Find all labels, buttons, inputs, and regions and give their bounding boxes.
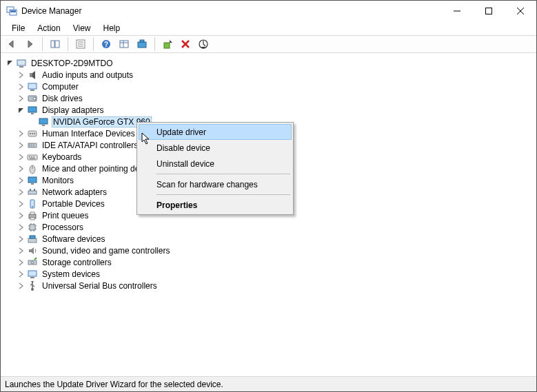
- disable-button[interactable]: [195, 37, 212, 52]
- tree-item-sound[interactable]: Sound, video and game controllers: [1, 245, 536, 256]
- chevron-right-icon[interactable]: [16, 70, 27, 81]
- svg-rect-49: [31, 183, 34, 185]
- close-button[interactable]: [505, 1, 536, 21]
- tree-label: Portable Devices: [41, 199, 106, 209]
- svg-rect-31: [39, 118, 48, 124]
- chevron-right-icon[interactable]: [16, 152, 27, 163]
- chevron-down-icon[interactable]: [16, 105, 27, 116]
- svg-rect-18: [138, 42, 146, 48]
- svg-point-54: [32, 206, 33, 207]
- storage-icon: [27, 257, 38, 268]
- svg-point-28: [33, 97, 36, 100]
- svg-rect-23: [19, 66, 23, 68]
- menu-uninstall-device[interactable]: Uninstall device: [139, 156, 292, 172]
- chevron-right-icon[interactable]: [16, 210, 27, 221]
- svg-rect-48: [28, 177, 37, 183]
- maximize-button[interactable]: [473, 1, 505, 21]
- scan-hardware-button[interactable]: [134, 37, 150, 52]
- tree-label: Disk drives: [41, 94, 84, 103]
- chevron-right-icon[interactable]: [16, 175, 27, 186]
- svg-rect-20: [164, 43, 170, 48]
- chevron-right-icon[interactable]: [16, 187, 27, 198]
- tree-label: Monitors: [41, 176, 75, 185]
- gpu-icon: [38, 116, 49, 127]
- menu-file[interactable]: File: [6, 22, 30, 34]
- update-driver-button[interactable]: [159, 37, 176, 52]
- tree-item-software[interactable]: Software devices: [1, 233, 536, 245]
- svg-rect-44: [33, 156, 34, 158]
- tree-label: Computer: [41, 82, 80, 92]
- chevron-right-icon[interactable]: [16, 280, 27, 291]
- system-icon: [27, 269, 38, 280]
- portable-icon: [27, 198, 38, 209]
- chevron-right-icon[interactable]: [16, 198, 27, 209]
- menu-disable-device[interactable]: Disable device: [139, 140, 292, 156]
- svg-point-34: [30, 133, 31, 134]
- device-tree[interactable]: DESKTOP-2D9MTDO Audio inputs and outputs…: [1, 53, 536, 376]
- svg-text:?: ?: [104, 41, 108, 48]
- network-icon: [27, 187, 38, 198]
- chevron-right-icon[interactable]: [16, 128, 27, 139]
- svg-rect-30: [31, 113, 34, 114]
- chevron-right-icon[interactable]: [16, 257, 27, 268]
- menu-action[interactable]: Action: [32, 22, 65, 34]
- svg-rect-24: [30, 73, 32, 77]
- menu-view[interactable]: View: [68, 22, 97, 34]
- svg-point-36: [34, 133, 35, 134]
- tree-label: Universal Serial Bus controllers: [41, 281, 159, 291]
- menu-separator: [156, 174, 290, 174]
- svg-rect-68: [30, 236, 35, 238]
- title-bar: Device Manager: [1, 1, 536, 21]
- app-icon: [6, 6, 17, 17]
- menu-help[interactable]: Help: [98, 22, 126, 34]
- menu-update-driver[interactable]: Update driver: [139, 124, 292, 140]
- tree-item-processors[interactable]: Processors: [1, 221, 536, 233]
- menu-properties[interactable]: Properties: [139, 197, 292, 213]
- svg-point-73: [31, 288, 34, 291]
- minimize-button[interactable]: [441, 1, 473, 21]
- view-button[interactable]: [116, 37, 132, 52]
- toolbar-separator: [154, 37, 155, 51]
- svg-rect-72: [30, 277, 34, 278]
- tree-root[interactable]: DESKTOP-2D9MTDO: [1, 57, 536, 69]
- show-hide-tree-button[interactable]: [47, 37, 63, 52]
- tree-item-audio[interactable]: Audio inputs and outputs: [1, 69, 536, 81]
- svg-rect-7: [51, 41, 54, 48]
- tree-item-computer[interactable]: Computer: [1, 81, 536, 92]
- chevron-right-icon[interactable]: [16, 222, 27, 233]
- chevron-right-icon[interactable]: [16, 140, 27, 151]
- processors-icon: [27, 222, 38, 233]
- tree-label: Storage controllers: [41, 258, 113, 267]
- tree-item-display[interactable]: Display adapters: [1, 104, 536, 116]
- tree-label: Print queues: [41, 211, 90, 220]
- tree-item-usb[interactable]: Universal Serial Bus controllers: [1, 280, 536, 291]
- tree-item-system[interactable]: System devices: [1, 268, 536, 280]
- tree-item-disk[interactable]: Disk drives: [1, 92, 536, 104]
- svg-rect-57: [30, 218, 34, 220]
- expand-icon[interactable]: [5, 58, 16, 69]
- toolbar-separator: [68, 37, 68, 51]
- svg-rect-58: [30, 225, 35, 230]
- window-title: Device Manager: [21, 6, 441, 16]
- tree-label: Network adapters: [41, 187, 108, 197]
- chevron-right-icon[interactable]: [16, 245, 27, 256]
- properties-button[interactable]: [72, 37, 89, 52]
- chevron-right-icon[interactable]: [16, 269, 27, 280]
- svg-rect-29: [28, 107, 37, 112]
- svg-line-6: [517, 8, 524, 14]
- menu-bar: File Action View Help: [1, 21, 536, 35]
- window-controls: [441, 1, 536, 21]
- chevron-right-icon[interactable]: [16, 81, 27, 92]
- back-button[interactable]: [3, 37, 20, 52]
- chevron-right-icon[interactable]: [16, 234, 27, 245]
- menu-scan-hardware[interactable]: Scan for hardware changes: [139, 176, 292, 192]
- menu-separator: [156, 194, 290, 195]
- chevron-right-icon[interactable]: [16, 93, 27, 104]
- help-button[interactable]: ?: [98, 37, 114, 52]
- uninstall-button[interactable]: [177, 37, 194, 52]
- tree-label: IDE ATA/ATAPI controllers: [41, 141, 139, 150]
- tree-item-storage[interactable]: Storage controllers: [1, 256, 536, 268]
- forward-button[interactable]: [21, 37, 38, 52]
- toolbar: ?: [1, 35, 536, 53]
- chevron-right-icon[interactable]: [16, 163, 27, 174]
